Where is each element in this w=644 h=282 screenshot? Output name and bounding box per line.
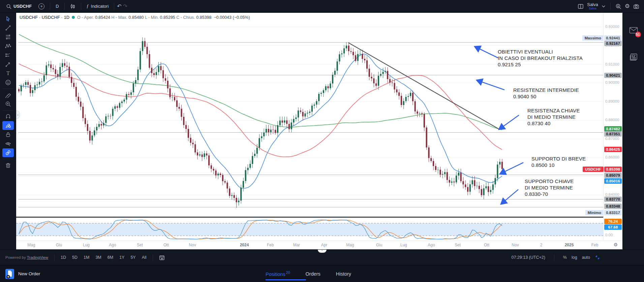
quick-search-icon[interactable]: [615, 3, 621, 9]
price-label-row: 76.24: [604, 219, 622, 224]
legend-title: USDCHF · USDCHF · 1D: [20, 15, 69, 20]
price-label: 0.87351: [604, 131, 622, 137]
range-button-all[interactable]: All: [142, 255, 147, 260]
save-button[interactable]: Salva Salva: [587, 2, 598, 10]
annotation-text-2[interactable]: RESISTENZE INTERMEDIE0.9040 50: [513, 87, 579, 100]
new-order-button[interactable]: New Order: [0, 269, 40, 279]
range-button-1y[interactable]: 1Y: [119, 255, 124, 260]
time-tick: Ott: [163, 243, 169, 247]
chart-legend: USDCHF · USDCHF · 1D O - Aper. 0.85424 H…: [20, 15, 250, 20]
arrow-tool-button[interactable]: [2, 60, 14, 69]
settings-gear-icon[interactable]: ⚙: [625, 3, 630, 10]
adjust-scale-icon[interactable]: [595, 255, 600, 260]
range-button-1d[interactable]: 1D: [61, 255, 66, 260]
remove-drawings-button[interactable]: [2, 161, 14, 170]
range-button-1m[interactable]: 1M: [84, 255, 89, 260]
go-to-date-icon[interactable]: [159, 255, 165, 260]
percent-scale-button[interactable]: %: [563, 255, 567, 260]
price-tick: 0.87000: [605, 137, 619, 141]
inbox-badge: 51: [635, 32, 641, 37]
time-axis-settings-icon[interactable]: ⚙: [613, 242, 618, 247]
measure-tool-button[interactable]: [2, 91, 14, 99]
interval-button[interactable]: D: [53, 2, 61, 10]
price-label-row: 0.87351: [604, 131, 622, 137]
annotation-text-5[interactable]: SUPPORTO CHIAVEDI MEDIO TERMINE0.8330-70: [525, 178, 574, 197]
time-tick: 2025: [565, 243, 574, 247]
time-axis[interactable]: ⚙ MagGiuLugAgoSetOttNov2024FebMarAprMagG…: [16, 240, 622, 249]
compare-add-button[interactable]: +: [36, 2, 47, 11]
time-tick: Feb: [591, 243, 599, 247]
fib-retracement-tool-button[interactable]: [2, 33, 14, 41]
price-tick: 0.88000: [605, 118, 619, 122]
rail-divider: [3, 110, 13, 110]
range-button-5y[interactable]: 5Y: [130, 255, 135, 260]
toolbar-divider: [64, 3, 65, 10]
range-button-5d[interactable]: 5D: [72, 255, 78, 260]
hide-drawings-button[interactable]: [2, 139, 14, 148]
auto-scale-button[interactable]: auto: [582, 255, 590, 260]
price-label: 0.83317: [604, 210, 622, 215]
lock-drawings-button[interactable]: [2, 130, 14, 139]
sync-drawings-button[interactable]: [2, 148, 14, 157]
tab-orders[interactable]: Orders: [306, 271, 320, 277]
cursor-tool-button[interactable]: [2, 14, 14, 23]
time-tick: Apr: [321, 243, 328, 247]
legend-ohlc-label: L - Min.: [145, 15, 160, 20]
search-icon: [6, 4, 11, 9]
trend-line-tool-button[interactable]: [2, 24, 14, 32]
text-tool-button[interactable]: T: [2, 69, 14, 78]
range-button-6m[interactable]: 6M: [108, 255, 113, 260]
clock[interactable]: 07:29:13 (UTC+2): [511, 255, 545, 260]
time-tick: Lug: [400, 243, 407, 247]
price-axis[interactable]: 0.930000.920000.910000.900000.890000.880…: [603, 13, 622, 240]
news-icon: [630, 53, 638, 61]
tab-history[interactable]: History: [336, 271, 351, 277]
new-order-label: New Order: [18, 271, 40, 276]
chart-style-button[interactable]: [67, 2, 78, 10]
range-button-3m[interactable]: 3M: [95, 255, 101, 260]
undo-button[interactable]: ↶: [117, 3, 121, 9]
powered-by: Powered by TradingView: [5, 255, 48, 259]
zoom-in-tool-button[interactable]: [2, 100, 14, 108]
save-cloud-label: Salva: [589, 7, 596, 10]
legend-ohlc-value: 0.85480: [128, 15, 145, 20]
time-tick: Nov: [512, 243, 519, 247]
snapshot-camera-icon[interactable]: [633, 3, 639, 9]
collapse-panel-chevron[interactable]: ⌃: [318, 250, 327, 253]
price-label-row: 0.85079: [604, 173, 622, 178]
emoji-tool-button[interactable]: [2, 78, 14, 87]
annotation-text-3[interactable]: RESISTENZA CHIAVEDI MEDIO TERMINE0.8730 …: [527, 107, 580, 127]
annotation-text-1[interactable]: OBIETTIVI EVENTUALIIN CASO DI BREAKOUT R…: [498, 48, 583, 68]
interval-label: D: [56, 4, 59, 9]
xabcd-pattern-tool-button[interactable]: [2, 42, 14, 50]
layout-panes-button[interactable]: [578, 3, 584, 9]
tradingview-link[interactable]: TradingView: [27, 255, 48, 259]
legend-ohlc-label: C - Chius.: [176, 15, 196, 20]
time-tick: Feb: [267, 243, 274, 247]
indicators-button[interactable]: ƒ Indicatori: [84, 2, 112, 10]
toolbar-divider: [54, 254, 55, 261]
price-chart-canvas[interactable]: [16, 13, 603, 240]
price-label-row: 0.86425: [604, 147, 622, 152]
plus-icon: +: [38, 3, 44, 9]
news-button[interactable]: [630, 53, 638, 62]
time-tick: Ago: [109, 243, 116, 247]
drawing-mode-button[interactable]: [2, 121, 14, 130]
price-label: 0.87482: [604, 126, 622, 132]
chart-plot-area[interactable]: USDCHF · USDCHF · 1D O - Aper. 0.85424 H…: [16, 13, 603, 240]
redo-button[interactable]: ↷: [123, 3, 127, 9]
price-label-row: 0.83770: [604, 197, 622, 202]
magnet-mode-button[interactable]: [2, 112, 14, 121]
prediction-tool-button[interactable]: [2, 51, 14, 60]
symbol-search-button[interactable]: USDCHF: [3, 2, 34, 10]
legend-ohlc-value: 0.85398: [196, 15, 211, 20]
log-scale-button[interactable]: log: [572, 255, 577, 260]
legend-ohlc-value: 0.85295: [160, 15, 177, 20]
price-label: 0.85079: [604, 173, 622, 178]
inbox-button[interactable]: 51: [629, 27, 638, 35]
toolbar-divider: [81, 3, 81, 10]
price-label-row: USDCHF0.85398: [583, 167, 622, 172]
chevron-down-icon[interactable]: [602, 4, 606, 8]
tab-positions[interactable]: Positions20: [266, 271, 290, 277]
annotation-text-4[interactable]: SUPPORTO DI BREVE0.8500 10: [531, 155, 586, 168]
